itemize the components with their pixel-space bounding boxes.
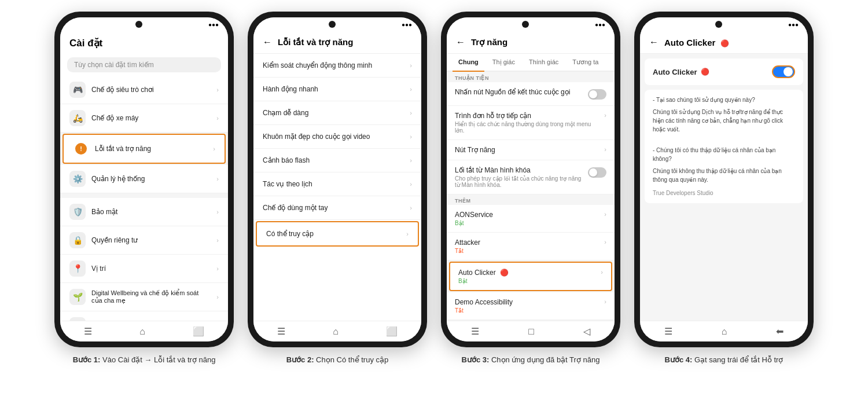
status-bar-1: ●●● — [60, 17, 228, 31]
notch-4 — [715, 21, 722, 28]
phone1: ●●● Cài đặt Tùy chọn cài đặt tìm kiếm 🎮 — [54, 12, 234, 347]
menu-arrow-face: › — [410, 133, 412, 140]
arrow-autoclicker: › — [601, 269, 603, 276]
accessibility-icon: ! — [73, 141, 89, 157]
phone3-screen: ●●● ← Trợ năng Chung Thị giác Thính giác… — [447, 17, 615, 341]
settings-list: 🎮 Chế độ siêu trò chơi › 🛵 Chế độ xe máy… — [60, 76, 228, 321]
menu-icon-4[interactable]: ☰ — [664, 326, 672, 337]
phone3-wrapper: ●●● ← Trợ năng Chung Thị giác Thính giác… — [441, 12, 620, 366]
access-item-demo[interactable]: Demo Accessibility Tắt › — [447, 292, 615, 320]
home-icon-4[interactable]: ⌂ — [722, 326, 727, 337]
developer-name: True Developers Studio — [653, 189, 795, 197]
settings-item-motorbike[interactable]: 🛵 Chế độ xe máy › — [60, 104, 228, 133]
privacy-icon: 🔒 — [69, 232, 86, 248]
menu-item-touch[interactable]: Chạm dễ dàng › — [253, 101, 421, 125]
menu-item-flash[interactable]: Cảnh báo flash › — [253, 149, 421, 172]
phone2-screen: ●●● ← Lỗi tắt và trợ năng Kiểm soát chuy… — [253, 17, 421, 341]
security-icon: 🛡️ — [69, 204, 86, 220]
section-label-2: THÊM — [447, 194, 615, 205]
autoclicker-description: - Tại sao chúng tôi sử dụng quyền này? C… — [645, 90, 803, 203]
access-item-menu[interactable]: Trình đơn hỗ trợ tiếp cận Hiển thị các c… — [447, 106, 615, 140]
tabs-row: Chung Thị giác Thính giác Tương ta — [447, 54, 615, 72]
menu-item-face[interactable]: Khuôn mặt đẹp cho cuộc gọi video › — [253, 125, 421, 149]
back-icon-3[interactable]: ◁ — [583, 326, 590, 337]
phone3: ●●● ← Trợ năng Chung Thị giác Thính giác… — [441, 12, 620, 347]
settings-item-accessibility[interactable]: ! Lỗi tắt và trợ năng › — [62, 134, 226, 164]
status-bar-3: ●●● — [447, 17, 615, 31]
tab-thinggiac[interactable]: Thính giác — [523, 54, 564, 71]
toggle-power[interactable] — [588, 89, 606, 100]
menu-item-accessible[interactable]: Có thể truy cập › — [256, 221, 419, 247]
screen3-header: ← Trợ năng — [447, 31, 615, 54]
arrow-attacker: › — [604, 238, 606, 245]
settings-item-game[interactable]: 🎮 Chế độ siêu trò chơi › — [60, 76, 228, 104]
step1-text: Vào Cài đặt → Lỗi tắt và trợ năng — [100, 355, 215, 364]
menu-item-action[interactable]: Hành động nhanh › — [253, 78, 421, 101]
menu-item-schedule[interactable]: Tác vụ theo lịch › — [253, 172, 421, 196]
toggle-shortcut[interactable] — [588, 167, 606, 178]
search-input[interactable]: Tùy chọn cài đặt tìm kiếm — [67, 57, 221, 72]
access-item-shortcut[interactable]: Lối tắt từ Màn hình khóa Cho phép truy c… — [447, 160, 615, 194]
bottom-nav-4: ☰ ⌂ ⬅ — [640, 321, 808, 341]
step3-bold: Bước 3: — [462, 355, 490, 364]
access-item-power[interactable]: Nhấn nút Nguồn để kết thúc cuộc gọi — [447, 82, 615, 106]
autoclicker-page-title: Auto Clicker — [664, 38, 715, 47]
home-icon-1[interactable]: ⌂ — [139, 326, 145, 337]
menu-label-motion: Kiểm soát chuyển động thông minh — [263, 61, 410, 69]
back-arrow-3[interactable]: ← — [456, 37, 465, 47]
menu-icon-1[interactable]: ☰ — [84, 326, 92, 337]
phone4: ●●● ← Auto Clicker 🔴 Auto Clicker 🔴 — [634, 12, 814, 347]
back-arrow-2[interactable]: ← — [263, 37, 272, 47]
search-placeholder: Tùy chọn cài đặt tìm kiếm — [74, 61, 154, 69]
access-status-autoclicker: Bật — [458, 278, 596, 284]
menu-list-2: Kiểm soát chuyển động thông minh › Hành … — [253, 54, 421, 321]
access-item-aon[interactable]: AONService Bật › — [447, 205, 615, 233]
access-title-attacker: Attacker — [455, 238, 599, 247]
step3-label: Bước 3: Chọn ứng dụng đã bật Trợ năng — [462, 354, 600, 366]
home-icon-3[interactable]: □ — [528, 326, 534, 337]
tab-thigiac[interactable]: Thị giác — [487, 54, 521, 71]
menu-label-flash: Cảnh báo flash — [263, 156, 410, 164]
access-item-attacker[interactable]: Attacker Tắt › — [447, 233, 615, 260]
menu-item-motion[interactable]: Kiểm soát chuyển động thông minh › — [253, 54, 421, 78]
settings-item-system[interactable]: ⚙️ Quản lý hệ thống › — [60, 165, 228, 193]
back-icon-2[interactable]: ⬜ — [386, 326, 398, 337]
tab-tuongta[interactable]: Tương ta — [567, 54, 604, 71]
menu-item-onehand[interactable]: Chế độ dùng một tay › — [253, 196, 421, 220]
phone4-wrapper: ●●● ← Auto Clicker 🔴 Auto Clicker 🔴 — [634, 12, 814, 366]
arrow-privacy: › — [216, 237, 219, 244]
settings-item-ram[interactable]: 💾 RAM và không gian lưu trữ › — [60, 311, 228, 321]
phone2: ●●● ← Lỗi tắt và trợ năng Kiểm soát chuy… — [248, 12, 427, 347]
settings-item-privacy[interactable]: 🔒 Quyền riêng tư › — [60, 226, 228, 255]
menu-icon-2[interactable]: ☰ — [277, 326, 285, 337]
screen4-title: Auto Clicker 🔴 — [664, 38, 729, 47]
autoclicker-label: Auto Clicker — [458, 269, 496, 277]
divider-1 — [60, 193, 228, 198]
desc2-question: - Chúng tôi có thu thập dữ liệu cá nhân … — [653, 146, 795, 163]
settings-item-security[interactable]: 🛡️ Bảo mật › — [60, 198, 228, 226]
settings-item-wellbeing[interactable]: 🌱 Digital Wellbeing và chế độ kiểm soát … — [60, 283, 228, 311]
back-icon-1[interactable]: ⬜ — [193, 326, 204, 337]
settings-item-location[interactable]: 📍 Vị trí › — [60, 255, 228, 283]
tab-chung[interactable]: Chung — [453, 54, 484, 72]
access-item-power-content: Nhấn nút Nguồn để kết thúc cuộc gọi — [455, 88, 583, 96]
access-item-autoclicker[interactable]: Auto Clicker 🔴 Bật › — [449, 262, 612, 291]
menu-label-schedule: Tác vụ theo lịch — [263, 180, 410, 188]
step2-bold: Bước 2: — [286, 355, 314, 364]
access-title-demo: Demo Accessibility — [455, 298, 599, 306]
menu-icon-3[interactable]: ☰ — [471, 326, 479, 337]
back-icon-4[interactable]: ⬅ — [776, 326, 784, 337]
notch-3 — [522, 21, 529, 28]
notch-2 — [329, 21, 336, 28]
back-arrow-4[interactable]: ← — [649, 37, 659, 47]
autoclicker-title-row: Auto Clicker 🔴 — [653, 68, 709, 76]
toggle-autoclicker-on[interactable] — [772, 65, 795, 78]
access-item-button[interactable]: Nút Trợ năng › — [447, 140, 615, 160]
autoclicker-red-icon: 🔴 — [500, 269, 509, 277]
orange-circle-icon: ! — [75, 143, 87, 155]
phone4-screen: ●●● ← Auto Clicker 🔴 Auto Clicker 🔴 — [640, 17, 808, 341]
home-icon-2[interactable]: ⌂ — [333, 326, 339, 337]
access-title-autoclicker: Auto Clicker 🔴 — [458, 269, 596, 277]
access-title-button: Nút Trợ năng — [455, 146, 599, 154]
autoclicker-name: Auto Clicker — [653, 68, 697, 76]
